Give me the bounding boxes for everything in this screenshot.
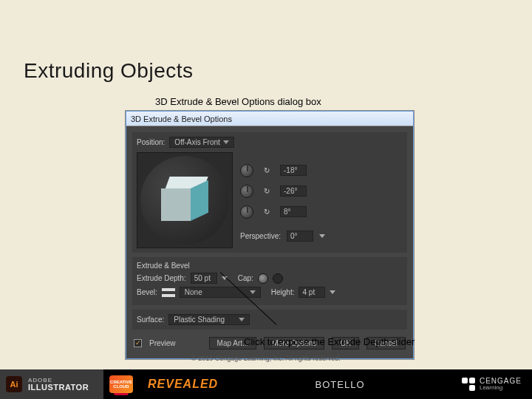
caption-bottom: Click to expose the Extrude Depth slider — [244, 336, 415, 347]
height-slider-icon[interactable] — [330, 290, 335, 294]
dialog-3d-extrude-bevel: 3D Extrude & Bevel Options Position: Off… — [126, 111, 414, 359]
cengage-logo: CENGAGE Learning — [462, 378, 522, 391]
surface-label: Surface: — [137, 316, 164, 324]
surface-value: Plastic Shading — [174, 316, 225, 324]
footer: Ai ADOBE ILLUSTRATOR CREATIVE CLOUD REVE… — [0, 369, 532, 399]
cap-label: Cap: — [238, 274, 253, 282]
position-dropdown[interactable]: Off-Axis Front — [169, 137, 234, 148]
height-label: Height: — [271, 288, 295, 296]
bevel-value: None — [185, 288, 202, 296]
position-value: Off-Axis Front — [174, 138, 220, 146]
bevel-icon — [162, 288, 175, 297]
chevron-down-icon — [239, 318, 245, 321]
cap-off-button[interactable] — [273, 273, 283, 284]
extrude-depth-field[interactable]: 50 pt — [191, 273, 217, 284]
perspective-value[interactable]: 0° — [287, 231, 313, 242]
author-label: BOTELLO — [316, 379, 365, 390]
creative-cloud-badge: CREATIVE CLOUD — [103, 369, 139, 399]
learning-label: Learning — [480, 385, 522, 391]
rotation-trackball[interactable] — [137, 152, 233, 248]
extrude-bevel-section: Extrude & Bevel Extrude Depth: 50 pt Cap… — [132, 257, 407, 305]
rot-y-dial[interactable] — [240, 185, 253, 198]
preview-checkbox[interactable] — [134, 339, 142, 347]
position-label: Position: — [137, 138, 165, 146]
extrude-depth-label: Extrude Depth: — [137, 274, 186, 282]
revealed-label: REVEALED — [148, 378, 218, 391]
preview-label: Preview — [149, 339, 176, 347]
ai-icon: Ai — [6, 376, 22, 392]
dialog-titlebar[interactable]: 3D Extrude & Bevel Options — [126, 112, 413, 126]
cengage-icon — [462, 378, 475, 391]
rot-y-value[interactable]: -26° — [280, 185, 307, 197]
rot-x-value[interactable]: -18° — [280, 165, 307, 176]
illustrator-label: ILLUSTRATOR — [28, 383, 89, 392]
perspective-slider-icon[interactable] — [319, 234, 325, 238]
bevel-label: Bevel: — [137, 288, 157, 296]
cap-on-button[interactable] — [258, 273, 268, 284]
height-field[interactable]: 4 pt — [299, 287, 325, 298]
cube-preview — [161, 177, 208, 224]
rot-z-value[interactable]: 8° — [280, 206, 307, 217]
rot-y-icon: ↻ — [259, 187, 274, 195]
rot-z-icon: ↻ — [259, 208, 274, 216]
surface-dropdown[interactable]: Plastic Shading — [168, 314, 250, 325]
perspective-label: Perspective: — [240, 232, 281, 240]
chevron-down-icon — [223, 140, 229, 144]
chevron-down-icon — [250, 290, 256, 294]
slide-title: Extruding Objects — [24, 59, 194, 83]
rot-x-icon: ↻ — [259, 166, 274, 174]
adobe-illustrator-logo: Ai ADOBE ILLUSTRATOR — [0, 369, 103, 399]
rot-z-dial[interactable] — [240, 205, 253, 219]
extrude-bevel-title: Extrude & Bevel — [137, 262, 403, 270]
caption-top: 3D Extrude & Bevel Options dialog box — [155, 96, 321, 107]
bevel-dropdown[interactable]: None — [180, 287, 261, 298]
rot-x-dial[interactable] — [240, 164, 253, 177]
dialog-title-text: 3D Extrude & Bevel Options — [131, 115, 232, 123]
cc-line2: CLOUD — [113, 384, 129, 389]
copyright: © 2015 Cengage Learning, Inc. All rights… — [0, 355, 532, 362]
